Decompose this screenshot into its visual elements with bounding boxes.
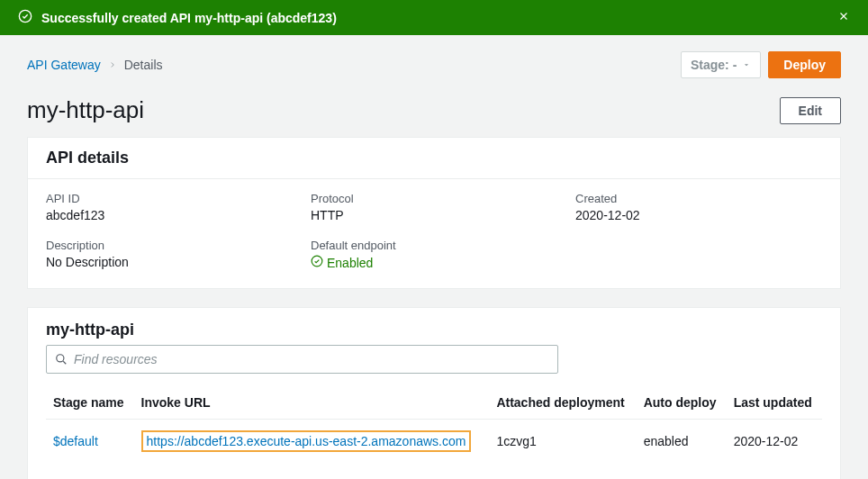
stage-label: Stage: - bbox=[691, 58, 737, 72]
edit-button[interactable]: Edit bbox=[780, 97, 841, 124]
col-auto: Auto deploy bbox=[637, 386, 727, 420]
col-stage: Stage name bbox=[46, 386, 134, 420]
check-circle-icon bbox=[311, 255, 323, 270]
svg-point-1 bbox=[312, 256, 322, 267]
panel-heading: API details bbox=[28, 138, 840, 179]
col-deployment: Attached deployment bbox=[489, 386, 636, 420]
stages-table: Stage name Invoke URL Attached deploymen… bbox=[46, 386, 822, 463]
table-row: $default https://abcdef123.execute-api.u… bbox=[46, 420, 822, 464]
banner-message: Successfully created API my-http-api (ab… bbox=[41, 11, 337, 25]
last-updated-value: 2020-12-02 bbox=[727, 420, 822, 464]
col-url: Invoke URL bbox=[134, 386, 490, 420]
success-banner: Successfully created API my-http-api (ab… bbox=[0, 0, 868, 35]
breadcrumb-current: Details bbox=[124, 58, 163, 72]
api-id-value: abcdef123 bbox=[46, 208, 293, 222]
svg-point-0 bbox=[19, 10, 31, 22]
description-label: Description bbox=[46, 239, 293, 252]
breadcrumb: API Gateway Details bbox=[27, 58, 163, 72]
col-updated: Last updated bbox=[727, 386, 822, 420]
endpoint-label: Default endpoint bbox=[311, 239, 557, 252]
protocol-label: Protocol bbox=[311, 192, 557, 205]
caret-down-icon bbox=[742, 58, 751, 72]
stages-heading: my-http-api bbox=[46, 321, 822, 339]
page-title: my-http-api bbox=[27, 96, 144, 124]
deploy-button[interactable]: Deploy bbox=[768, 51, 841, 78]
created-label: Created bbox=[575, 192, 822, 205]
endpoint-status-text: Enabled bbox=[327, 256, 373, 270]
close-icon[interactable] bbox=[837, 10, 850, 25]
invoke-url-link[interactable]: https://abcdef123.execute-api.us-east-2.… bbox=[147, 434, 466, 448]
stage-selector[interactable]: Stage: - bbox=[681, 51, 761, 78]
deployment-value: 1czvg1 bbox=[489, 420, 636, 464]
svg-point-2 bbox=[57, 355, 64, 362]
stages-panel: my-http-api Stage name Invoke URL Attach… bbox=[27, 307, 841, 479]
api-id-label: API ID bbox=[46, 192, 293, 205]
breadcrumb-root[interactable]: API Gateway bbox=[27, 58, 101, 72]
chevron-right-icon bbox=[108, 60, 117, 69]
endpoint-status: Enabled bbox=[311, 255, 373, 270]
created-value: 2020-12-02 bbox=[575, 208, 822, 222]
description-value: No Description bbox=[46, 255, 293, 269]
api-details-panel: API details API ID abcdef123 Protocol HT… bbox=[27, 137, 841, 289]
stage-name-link[interactable]: $default bbox=[53, 434, 98, 448]
auto-deploy-value: enabled bbox=[637, 420, 727, 464]
check-circle-icon bbox=[18, 9, 32, 26]
protocol-value: HTTP bbox=[311, 208, 557, 222]
search-input[interactable] bbox=[46, 345, 558, 374]
